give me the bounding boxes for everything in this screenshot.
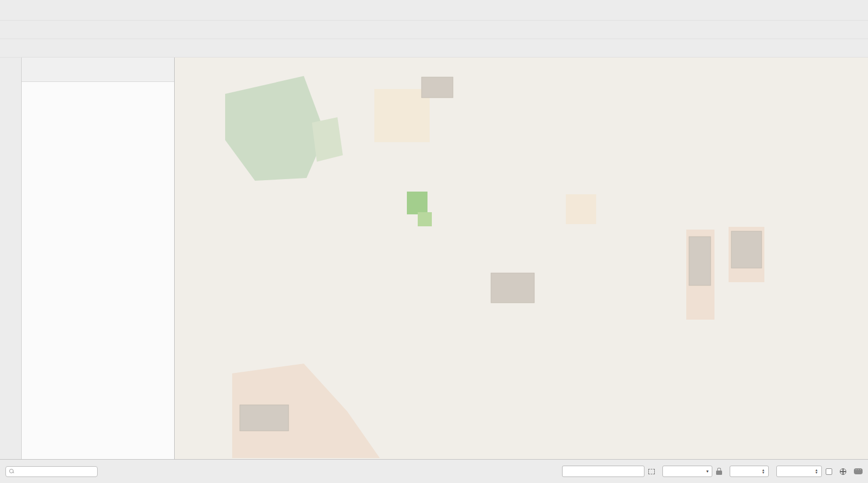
toolbar-area [0,0,868,58]
rotation-input[interactable]: ▲▼ [776,466,822,477]
locate-field[interactable] [17,468,94,475]
qgis-window: ▾ ▲▼ ▲▼ [0,0,868,483]
map-canvas[interactable] [175,58,868,459]
messages-icon[interactable] [854,468,863,474]
toolbar-row-3 [0,39,868,58]
search-icon [9,469,14,474]
map-render [175,58,868,459]
lock-icon[interactable] [716,471,722,475]
scale-select[interactable]: ▾ [662,466,712,477]
coordinate-input[interactable] [562,466,644,477]
locate-input[interactable] [5,466,98,477]
toolbar-row-2 [0,21,868,39]
data-source-toolbar [0,58,22,459]
extent-icon[interactable] [648,469,655,474]
statusbar: ▾ ▲▼ ▲▼ [0,459,868,483]
toolbar-row-1 [0,2,868,21]
magnifier-input[interactable]: ▲▼ [730,466,769,477]
crs-globe-icon[interactable] [840,468,846,475]
layer-tree [22,81,174,459]
layers-panel-toolbar [22,68,174,81]
layers-panel [22,58,175,459]
render-checkbox[interactable] [826,468,832,475]
